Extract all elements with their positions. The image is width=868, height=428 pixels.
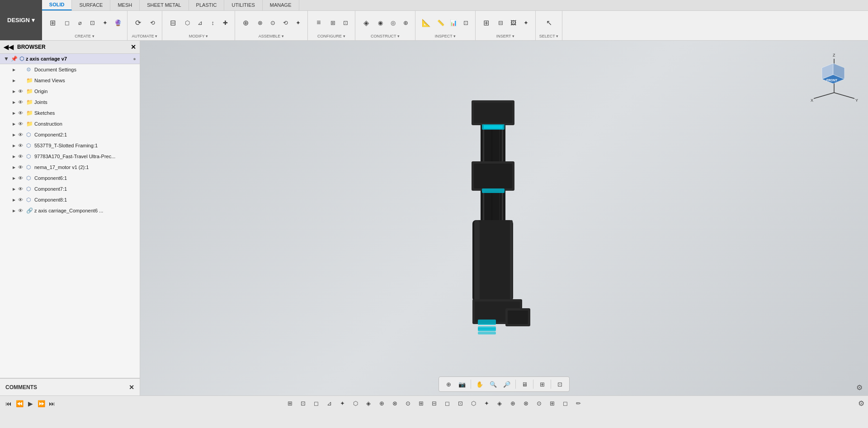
tree-chevron-0[interactable]: ▶ <box>11 68 17 72</box>
tree-eye-2[interactable]: 👁 <box>18 89 25 94</box>
tree-eye-8[interactable]: 👁 <box>18 154 25 159</box>
timeline-tool-11[interactable]: ⊞ <box>415 398 427 409</box>
tool-icon-5-3[interactable]: ⊕ <box>401 17 411 28</box>
tab-sheet-metal[interactable]: SHEET METAL <box>140 0 189 10</box>
viewport-camera-icon[interactable]: 📷 <box>456 378 468 390</box>
tree-item-7[interactable]: ▶👁⬡5537T9_T-Slotted Framing:1 <box>0 140 140 151</box>
tree-chevron-13[interactable]: ▶ <box>11 209 17 213</box>
tree-chevron-1[interactable]: ▶ <box>11 79 17 83</box>
tab-utilities[interactable]: UTILITIES <box>224 0 262 10</box>
tree-eye-10[interactable]: 👁 <box>18 175 25 181</box>
timeline-tool-2[interactable]: ⊡ <box>297 398 309 409</box>
timeline-end-button[interactable]: ⏭ <box>47 399 57 409</box>
tool-icon-6-1[interactable]: 📏 <box>435 17 446 28</box>
tree-item-4[interactable]: ▶👁📁Sketches <box>0 108 140 118</box>
tool-icon-8-0[interactable]: ↖ <box>542 15 556 30</box>
tool-icon-7-0[interactable]: ⊞ <box>479 15 494 30</box>
comments-close-icon[interactable]: ✕ <box>129 384 134 391</box>
timeline-tool-20[interactable]: ⊙ <box>533 398 545 409</box>
tree-chevron-10[interactable]: ▶ <box>11 176 17 180</box>
timeline-tool-7[interactable]: ◈ <box>363 398 374 409</box>
tool-icon-2-0[interactable]: ⊟ <box>166 15 180 30</box>
tool-icon-5-0[interactable]: ◈ <box>359 15 373 30</box>
tree-chevron-5[interactable]: ▶ <box>11 122 17 126</box>
timeline-play-button[interactable]: ▶ <box>25 399 35 409</box>
tool-icon-3-2[interactable]: ⊙ <box>268 17 278 28</box>
tool-icon-3-1[interactable]: ⊗ <box>255 17 266 28</box>
timeline-tool-19[interactable]: ⊗ <box>520 398 532 409</box>
timeline-tool-22[interactable]: ◻ <box>559 398 571 409</box>
tool-group-label-7[interactable]: INSERT ▾ <box>496 34 514 38</box>
timeline-tool-16[interactable]: ✦ <box>481 398 492 409</box>
tree-item-1[interactable]: ▶📁Named Views <box>0 75 140 86</box>
tree-eye-3[interactable]: 👁 <box>18 99 25 105</box>
tool-icon-0-3[interactable]: ⊡ <box>87 17 98 28</box>
viewport-environment-icon[interactable]: ⊡ <box>554 378 566 390</box>
tree-item-11[interactable]: ▶👁⬡Component7:1 <box>0 183 140 194</box>
tree-item-6[interactable]: ▶👁⬡Component2:1 <box>0 129 140 140</box>
timeline-next-button[interactable]: ⏩ <box>36 399 46 409</box>
tree-item-3[interactable]: ▶👁📁Joints <box>0 97 140 108</box>
tool-icon-7-1[interactable]: ⊟ <box>495 17 506 28</box>
tree-chevron-7[interactable]: ▶ <box>11 144 17 148</box>
tab-surface[interactable]: SURFACE <box>72 0 110 10</box>
tree-item-9[interactable]: ▶👁⬡nema_17_motor v1 (2):1 <box>0 162 140 173</box>
tree-item-12[interactable]: ▶👁⬡Component8:1 <box>0 194 140 205</box>
timeline-tool-4[interactable]: ⊿ <box>323 398 335 409</box>
tree-eye-7[interactable]: 👁 <box>18 143 25 148</box>
tool-group-label-1[interactable]: AUTOMATE ▾ <box>132 34 158 38</box>
tree-chevron-9[interactable]: ▶ <box>11 165 17 169</box>
tool-icon-7-3[interactable]: ✦ <box>521 17 532 28</box>
tool-icon-5-2[interactable]: ◎ <box>388 17 399 28</box>
tree-item-2[interactable]: ▶👁📁Origin <box>0 86 140 97</box>
timeline-tool-23[interactable]: ✏ <box>572 398 584 409</box>
tool-icon-7-2[interactable]: 🖼 <box>508 17 519 28</box>
timeline-tool-9[interactable]: ⊗ <box>389 398 401 409</box>
timeline-tool-6[interactable]: ⬡ <box>349 398 361 409</box>
timeline-tool-18[interactable]: ⊕ <box>507 398 519 409</box>
browser-close-icon[interactable]: ✕ <box>131 43 136 51</box>
tab-mesh[interactable]: MESH <box>110 0 140 10</box>
timeline-tool-15[interactable]: ⬡ <box>467 398 479 409</box>
tool-icon-3-3[interactable]: ⟲ <box>280 17 291 28</box>
timeline-tool-21[interactable]: ⊞ <box>546 398 558 409</box>
tool-icon-1-0[interactable]: ⟳ <box>131 15 146 30</box>
tool-group-label-6[interactable]: INSPECT ▾ <box>435 34 456 38</box>
timeline-tool-3[interactable]: ◻ <box>310 398 322 409</box>
tool-icon-3-4[interactable]: ✦ <box>293 17 304 28</box>
tool-group-label-0[interactable]: CREATE ▾ <box>75 34 94 38</box>
tool-icon-2-2[interactable]: ⊿ <box>195 17 206 28</box>
tool-group-label-2[interactable]: MODIFY ▾ <box>189 34 208 38</box>
tool-icon-1-1[interactable]: ⟲ <box>147 17 158 28</box>
tool-icon-0-2[interactable]: ⌀ <box>75 17 85 28</box>
tab-plastic[interactable]: PLASTIC <box>189 0 225 10</box>
tree-eye-6[interactable]: 👁 <box>18 132 25 137</box>
tool-icon-5-1[interactable]: ◉ <box>375 17 386 28</box>
tool-icon-2-4[interactable]: ✚ <box>220 17 231 28</box>
tree-chevron-11[interactable]: ▶ <box>11 187 17 191</box>
viewport-settings-icon[interactable]: ⚙ <box>856 383 863 392</box>
tool-icon-2-3[interactable]: ↕ <box>208 17 218 28</box>
tree-eye-12[interactable]: 👁 <box>18 197 25 202</box>
tree-chevron-8[interactable]: ▶ <box>11 155 17 159</box>
tool-icon-0-0[interactable]: ⊞ <box>46 15 60 30</box>
tree-chevron-4[interactable]: ▶ <box>11 111 17 115</box>
root-settings-icon[interactable]: ● <box>133 56 136 61</box>
timeline-tool-14[interactable]: ⊡ <box>454 398 466 409</box>
tree-item-13[interactable]: ▶👁🔗z axis carriage_Component6 ... <box>0 205 140 216</box>
viewport-display-icon[interactable]: 🖥 <box>519 378 530 390</box>
tree-eye-13[interactable]: 👁 <box>18 208 25 213</box>
design-button[interactable]: DESIGN ▾ <box>0 0 42 40</box>
tab-solid[interactable]: SOLID <box>42 0 72 10</box>
view-cube[interactable]: Z X Y FRONT <box>809 50 859 104</box>
browser-collapse-icon[interactable]: ◀◀ <box>4 43 14 51</box>
tool-icon-2-1[interactable]: ⬡ <box>182 17 193 28</box>
timeline-start-button[interactable]: ⏮ <box>4 399 14 409</box>
tool-icon-6-2[interactable]: 📊 <box>448 17 459 28</box>
tree-item-5[interactable]: ▶👁📁Construction <box>0 118 140 129</box>
timeline-tool-13[interactable]: ◻ <box>441 398 453 409</box>
tool-icon-3-0[interactable]: ⊕ <box>239 15 253 30</box>
timeline-settings-icon[interactable]: ⚙ <box>858 399 864 408</box>
tool-group-label-4[interactable]: CONFIGURE ▾ <box>317 34 345 38</box>
viewport[interactable]: Z X Y FRONT <box>140 41 868 395</box>
